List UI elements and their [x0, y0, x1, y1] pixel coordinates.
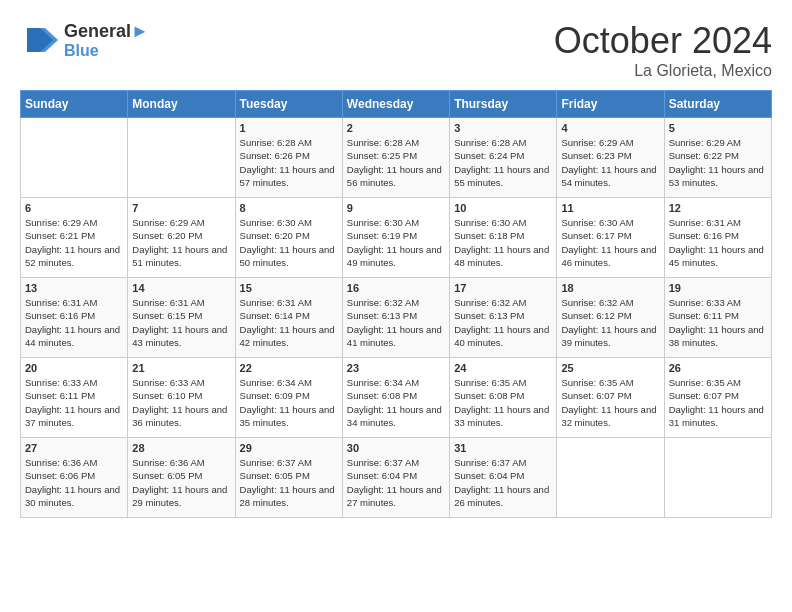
day-number: 3: [454, 122, 552, 134]
day-info: Sunrise: 6:33 AM Sunset: 6:11 PM Dayligh…: [669, 296, 767, 349]
calendar-day-cell: 9Sunrise: 6:30 AM Sunset: 6:19 PM Daylig…: [342, 198, 449, 278]
day-info: Sunrise: 6:29 AM Sunset: 6:22 PM Dayligh…: [669, 136, 767, 189]
day-number: 26: [669, 362, 767, 374]
calendar-day-cell: 29Sunrise: 6:37 AM Sunset: 6:05 PM Dayli…: [235, 438, 342, 518]
page-header: General► Blue October 2024 La Glorieta, …: [20, 20, 772, 80]
day-info: Sunrise: 6:37 AM Sunset: 6:05 PM Dayligh…: [240, 456, 338, 509]
calendar-day-cell: 30Sunrise: 6:37 AM Sunset: 6:04 PM Dayli…: [342, 438, 449, 518]
day-info: Sunrise: 6:34 AM Sunset: 6:08 PM Dayligh…: [347, 376, 445, 429]
day-info: Sunrise: 6:35 AM Sunset: 6:07 PM Dayligh…: [561, 376, 659, 429]
day-number: 8: [240, 202, 338, 214]
weekday-header-row: SundayMondayTuesdayWednesdayThursdayFrid…: [21, 91, 772, 118]
day-info: Sunrise: 6:32 AM Sunset: 6:13 PM Dayligh…: [347, 296, 445, 349]
day-info: Sunrise: 6:31 AM Sunset: 6:16 PM Dayligh…: [25, 296, 123, 349]
day-number: 14: [132, 282, 230, 294]
day-info: Sunrise: 6:31 AM Sunset: 6:14 PM Dayligh…: [240, 296, 338, 349]
day-info: Sunrise: 6:30 AM Sunset: 6:18 PM Dayligh…: [454, 216, 552, 269]
calendar-day-cell: 17Sunrise: 6:32 AM Sunset: 6:13 PM Dayli…: [450, 278, 557, 358]
day-number: 19: [669, 282, 767, 294]
day-info: Sunrise: 6:30 AM Sunset: 6:20 PM Dayligh…: [240, 216, 338, 269]
calendar-day-cell: 12Sunrise: 6:31 AM Sunset: 6:16 PM Dayli…: [664, 198, 771, 278]
day-number: 18: [561, 282, 659, 294]
location: La Glorieta, Mexico: [554, 62, 772, 80]
calendar-day-cell: 18Sunrise: 6:32 AM Sunset: 6:12 PM Dayli…: [557, 278, 664, 358]
calendar-week-row: 1Sunrise: 6:28 AM Sunset: 6:26 PM Daylig…: [21, 118, 772, 198]
day-number: 2: [347, 122, 445, 134]
day-info: Sunrise: 6:29 AM Sunset: 6:23 PM Dayligh…: [561, 136, 659, 189]
calendar-day-cell: 15Sunrise: 6:31 AM Sunset: 6:14 PM Dayli…: [235, 278, 342, 358]
calendar-day-cell: 7Sunrise: 6:29 AM Sunset: 6:20 PM Daylig…: [128, 198, 235, 278]
day-info: Sunrise: 6:29 AM Sunset: 6:20 PM Dayligh…: [132, 216, 230, 269]
day-info: Sunrise: 6:37 AM Sunset: 6:04 PM Dayligh…: [347, 456, 445, 509]
day-info: Sunrise: 6:31 AM Sunset: 6:15 PM Dayligh…: [132, 296, 230, 349]
day-info: Sunrise: 6:32 AM Sunset: 6:13 PM Dayligh…: [454, 296, 552, 349]
calendar-day-cell: 25Sunrise: 6:35 AM Sunset: 6:07 PM Dayli…: [557, 358, 664, 438]
weekday-header-cell: Thursday: [450, 91, 557, 118]
calendar-day-cell: 31Sunrise: 6:37 AM Sunset: 6:04 PM Dayli…: [450, 438, 557, 518]
calendar-day-cell: 24Sunrise: 6:35 AM Sunset: 6:08 PM Dayli…: [450, 358, 557, 438]
day-number: 28: [132, 442, 230, 454]
calendar-day-cell: 13Sunrise: 6:31 AM Sunset: 6:16 PM Dayli…: [21, 278, 128, 358]
day-info: Sunrise: 6:30 AM Sunset: 6:19 PM Dayligh…: [347, 216, 445, 269]
calendar-day-cell: 1Sunrise: 6:28 AM Sunset: 6:26 PM Daylig…: [235, 118, 342, 198]
calendar-day-cell: 4Sunrise: 6:29 AM Sunset: 6:23 PM Daylig…: [557, 118, 664, 198]
weekday-header-cell: Monday: [128, 91, 235, 118]
day-number: 11: [561, 202, 659, 214]
calendar-week-row: 27Sunrise: 6:36 AM Sunset: 6:06 PM Dayli…: [21, 438, 772, 518]
calendar-week-row: 13Sunrise: 6:31 AM Sunset: 6:16 PM Dayli…: [21, 278, 772, 358]
calendar-day-cell: 3Sunrise: 6:28 AM Sunset: 6:24 PM Daylig…: [450, 118, 557, 198]
day-number: 12: [669, 202, 767, 214]
weekday-header-cell: Saturday: [664, 91, 771, 118]
day-info: Sunrise: 6:35 AM Sunset: 6:08 PM Dayligh…: [454, 376, 552, 429]
day-number: 31: [454, 442, 552, 454]
day-info: Sunrise: 6:37 AM Sunset: 6:04 PM Dayligh…: [454, 456, 552, 509]
day-number: 27: [25, 442, 123, 454]
day-number: 6: [25, 202, 123, 214]
day-info: Sunrise: 6:33 AM Sunset: 6:11 PM Dayligh…: [25, 376, 123, 429]
day-number: 10: [454, 202, 552, 214]
day-info: Sunrise: 6:29 AM Sunset: 6:21 PM Dayligh…: [25, 216, 123, 269]
calendar-day-cell: 28Sunrise: 6:36 AM Sunset: 6:05 PM Dayli…: [128, 438, 235, 518]
day-info: Sunrise: 6:28 AM Sunset: 6:24 PM Dayligh…: [454, 136, 552, 189]
weekday-header-cell: Wednesday: [342, 91, 449, 118]
calendar-day-cell: 22Sunrise: 6:34 AM Sunset: 6:09 PM Dayli…: [235, 358, 342, 438]
day-number: 21: [132, 362, 230, 374]
day-number: 24: [454, 362, 552, 374]
logo: General► Blue: [20, 20, 149, 60]
month-title: October 2024: [554, 20, 772, 62]
day-number: 25: [561, 362, 659, 374]
day-info: Sunrise: 6:28 AM Sunset: 6:26 PM Dayligh…: [240, 136, 338, 189]
calendar-day-cell: [664, 438, 771, 518]
logo-text: General► Blue: [64, 21, 149, 60]
day-number: 23: [347, 362, 445, 374]
day-number: 22: [240, 362, 338, 374]
calendar-day-cell: [21, 118, 128, 198]
day-info: Sunrise: 6:28 AM Sunset: 6:25 PM Dayligh…: [347, 136, 445, 189]
calendar-table: SundayMondayTuesdayWednesdayThursdayFrid…: [20, 90, 772, 518]
calendar-day-cell: 19Sunrise: 6:33 AM Sunset: 6:11 PM Dayli…: [664, 278, 771, 358]
day-info: Sunrise: 6:32 AM Sunset: 6:12 PM Dayligh…: [561, 296, 659, 349]
calendar-week-row: 20Sunrise: 6:33 AM Sunset: 6:11 PM Dayli…: [21, 358, 772, 438]
day-number: 30: [347, 442, 445, 454]
weekday-header-cell: Sunday: [21, 91, 128, 118]
calendar-day-cell: 8Sunrise: 6:30 AM Sunset: 6:20 PM Daylig…: [235, 198, 342, 278]
calendar-day-cell: 10Sunrise: 6:30 AM Sunset: 6:18 PM Dayli…: [450, 198, 557, 278]
calendar-day-cell: 27Sunrise: 6:36 AM Sunset: 6:06 PM Dayli…: [21, 438, 128, 518]
day-number: 20: [25, 362, 123, 374]
weekday-header-cell: Tuesday: [235, 91, 342, 118]
calendar-day-cell: 20Sunrise: 6:33 AM Sunset: 6:11 PM Dayli…: [21, 358, 128, 438]
calendar-day-cell: 23Sunrise: 6:34 AM Sunset: 6:08 PM Dayli…: [342, 358, 449, 438]
day-number: 5: [669, 122, 767, 134]
day-info: Sunrise: 6:36 AM Sunset: 6:06 PM Dayligh…: [25, 456, 123, 509]
logo-icon: [20, 20, 60, 60]
day-number: 15: [240, 282, 338, 294]
day-number: 7: [132, 202, 230, 214]
calendar-day-cell: 16Sunrise: 6:32 AM Sunset: 6:13 PM Dayli…: [342, 278, 449, 358]
title-area: October 2024 La Glorieta, Mexico: [554, 20, 772, 80]
calendar-day-cell: [557, 438, 664, 518]
calendar-week-row: 6Sunrise: 6:29 AM Sunset: 6:21 PM Daylig…: [21, 198, 772, 278]
calendar-body: 1Sunrise: 6:28 AM Sunset: 6:26 PM Daylig…: [21, 118, 772, 518]
calendar-day-cell: 14Sunrise: 6:31 AM Sunset: 6:15 PM Dayli…: [128, 278, 235, 358]
day-info: Sunrise: 6:35 AM Sunset: 6:07 PM Dayligh…: [669, 376, 767, 429]
day-number: 1: [240, 122, 338, 134]
